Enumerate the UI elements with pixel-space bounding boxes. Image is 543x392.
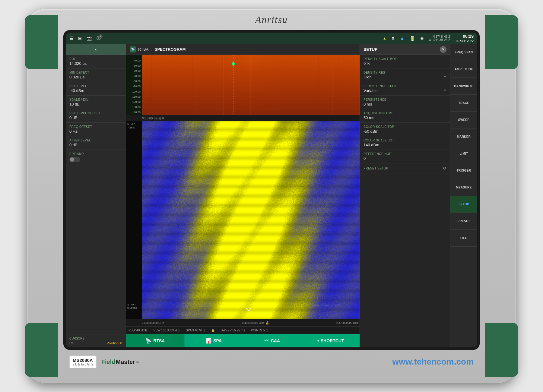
setup-color-scale-bot[interactable]: COLOR SCALE BOT 140 dBm — [360, 136, 450, 150]
info-sweep: SWEEP 55.25 ms — [221, 329, 245, 332]
tab-spa[interactable]: 📊 SPA — [185, 334, 243, 347]
menu-setup[interactable]: SETUP — [450, 196, 477, 213]
setup-density-scale-bot[interactable]: DENSITY SCALE BOT 0 % — [360, 55, 450, 68]
setup-panel: SETUP ✕ DENSITY SCALE BOT 0 % DENSITY RE… — [360, 44, 450, 347]
device-shell: Anritsu ☰ ⊞ 📷 ⓘ8 ▲ ⬆ ▲ 🔋 ⊕ N 37° 8' 48.2… — [27, 9, 516, 383]
menu-trigger[interactable]: TRIGGER — [450, 162, 477, 179]
tab-rtsa-label: RTSA — [153, 338, 165, 343]
freq-right: 2.470000000 GHz — [336, 321, 358, 324]
setup-persistence[interactable]: PERSISTENCE 0 ms — [360, 96, 450, 109]
main-area: ‹ POI 14.020 μs MIN DETECT 0.020 μs REF … — [66, 44, 477, 347]
spectrogram-marker-bar: M1 0.00 ms @ 0 — [126, 115, 360, 121]
model-range: 9 kHz to 6 GHz — [73, 363, 93, 366]
screen-bezel: ☰ ⊞ 📷 ⓘ8 ▲ ⬆ ▲ 🔋 ⊕ N 37° 8' 48.2" W 121°… — [63, 30, 480, 350]
setup-close-button[interactable]: ✕ — [440, 46, 446, 53]
span-lock-icon: 🔒 — [211, 329, 215, 332]
menu-icon[interactable]: ☰ — [69, 36, 73, 41]
cursors-section: CURSORS C1 Position: 0 — [66, 334, 126, 347]
info-vbw: VBW 133.3333 kHz — [154, 329, 180, 332]
breadcrumb-bar: 📡 RTSA › SPECTROGRAM — [126, 44, 360, 55]
start-label: START 0.00 ms — [127, 303, 137, 310]
corner-br — [485, 323, 518, 377]
menu-trace[interactable]: TRACE — [450, 95, 477, 112]
menu-preset[interactable]: PRESET — [450, 213, 477, 230]
wifi-icon: ▲ — [400, 36, 405, 41]
menu-freq-span[interactable]: FREQ SPAN — [450, 44, 477, 61]
setup-density-res[interactable]: DENSITY RES High ▼ — [360, 68, 450, 82]
info-span: SPAN 40 MHz — [186, 329, 205, 332]
freq-lock-icon: 🔒 — [265, 321, 269, 324]
menu-limit[interactable]: LIMIT — [450, 145, 477, 162]
freq-center: 2.450000000 GHz 🔒 — [242, 321, 269, 324]
corner-bl — [25, 323, 58, 377]
pre-amp-toggle[interactable] — [69, 157, 80, 162]
persistence-state-dropdown-arrow: ▼ — [443, 89, 446, 92]
freq-axis: 2.430000000 GHz 2.450000000 GHz 🔒 2.4700… — [126, 319, 360, 326]
tab-shortcut-label: + SHORTCUT — [317, 338, 344, 343]
status-time: 08:29 09 SEP 2022 — [456, 33, 474, 43]
setup-persistence-state[interactable]: PERSISTENCE STATE Variable ▼ — [360, 82, 450, 96]
spa-tab-icon: 📊 — [205, 338, 211, 344]
menu-sweep[interactable]: SWEEP — [450, 112, 477, 128]
stop-label: STOP 7.16 s — [127, 122, 135, 129]
param-freq-offset[interactable]: FREQ OFFSET 0 Hz — [66, 123, 126, 136]
menu-bandwidth[interactable]: BANDWIDTH — [450, 78, 477, 95]
param-ref-level[interactable]: REF LEVEL -40 dBm — [66, 82, 126, 96]
tab-caa-label: CAA — [271, 338, 280, 343]
website-url: www.tehencom.com — [392, 357, 474, 367]
setup-reference-hue[interactable]: REFERENCE HUE 0 — [360, 150, 450, 163]
preset-setup-icon: ↺ — [443, 166, 446, 171]
breadcrumb-current: SPECTROGRAM — [155, 47, 186, 52]
tab-rtsa[interactable]: 📡 RTSA — [126, 334, 185, 347]
share-icon[interactable]: ⬆ — [391, 36, 395, 41]
device-bottom: MS2080A 9 kHz to 6 GHz FieldMaster™ www.… — [27, 350, 516, 374]
info-icon[interactable]: ⓘ8 — [97, 36, 101, 41]
logo-area: Anritsu — [27, 9, 516, 30]
info-points: POINTS 501 — [251, 329, 268, 332]
model-badge: MS2080A 9 kHz to 6 GHz — [69, 356, 97, 368]
param-atten-level[interactable]: ATTEN LEVEL 0 dB — [66, 136, 126, 150]
bottom-tabs: 📡 RTSA 📊 SPA 〰 CAA — [126, 334, 360, 347]
camera-icon[interactable]: 📷 — [87, 36, 92, 41]
sidebar-collapse-button[interactable]: ‹ — [66, 44, 126, 55]
param-pre-amp[interactable]: PRE AMP — [66, 150, 126, 166]
freq-left: 2.430000000 GHz — [142, 321, 164, 324]
corner-tr — [485, 15, 518, 69]
param-ref-level-offset[interactable]: REF LEVEL OFFSET 0 dB — [66, 109, 126, 123]
gps-icon: ⊕ — [420, 36, 424, 41]
fieldmaster-logo: FieldMaster™ — [101, 359, 139, 365]
spectrogram-canvas — [142, 121, 360, 319]
chart-area: M1 -70.31 dBm @ 2.439276449 GHz -40.00 -… — [126, 55, 360, 347]
setup-preset-setup[interactable]: PRESET SETUP ↺ — [360, 163, 450, 173]
spectrogram-marker: M1 0.00 ms @ 0 — [142, 117, 164, 120]
setup-header: SETUP ✕ — [360, 44, 450, 55]
spectrum-chart: M1 -70.31 dBm @ 2.439276449 GHz -40.00 -… — [126, 55, 360, 115]
setup-acquisition-time[interactable]: ACQUISITION TIME 50 ms — [360, 109, 450, 123]
caa-tab-icon: 〰 — [264, 338, 269, 343]
param-min-detect[interactable]: MIN DETECT 0.020 μs — [66, 68, 126, 82]
density-res-dropdown-arrow: ▼ — [443, 75, 446, 78]
model-number: MS2080A — [73, 358, 93, 363]
grid-icon[interactable]: ⊞ — [78, 36, 82, 41]
left-sidebar: ‹ POI 14.020 μs MIN DETECT 0.020 μs REF … — [66, 44, 126, 347]
watermark: www.tehencom.com — [312, 303, 341, 307]
right-menu: FREQ SPAN AMPLITUDE BANDWIDTH TRACE SWEE… — [450, 44, 477, 347]
param-scale-div[interactable]: SCALE / DIV 10 dB — [66, 96, 126, 109]
battery-icon: 🔋 — [409, 36, 415, 41]
menu-file[interactable]: FILE — [450, 230, 477, 247]
upload-icon[interactable]: ▲ — [383, 36, 386, 40]
tab-caa[interactable]: 〰 CAA — [243, 334, 302, 347]
setup-title: SETUP — [364, 47, 378, 52]
breadcrumb-root: RTSA — [138, 47, 148, 52]
tab-shortcut[interactable]: + SHORTCUT — [301, 334, 360, 347]
menu-marker[interactable]: MARKER — [450, 128, 477, 145]
param-poi[interactable]: POI 14.020 μs — [66, 55, 126, 68]
menu-measure[interactable]: MEASURE — [450, 179, 477, 196]
screen: ☰ ⊞ 📷 ⓘ8 ▲ ⬆ ▲ 🔋 ⊕ N 37° 8' 48.2" W 121°… — [66, 33, 477, 347]
rtsa-icon: 📡 — [130, 46, 136, 52]
menu-amplitude[interactable]: AMPLITUDE — [450, 61, 477, 78]
cursor-c1-row: C1 Position: 0 — [69, 341, 122, 345]
info-bar: RBW 400 kHz VBW 133.3333 kHz SPAN 40 MHz… — [126, 326, 360, 334]
setup-color-scale-top[interactable]: COLOR SCALE TOP -50 dBm — [360, 123, 450, 136]
info-rbw: RBW 400 kHz — [129, 329, 148, 332]
